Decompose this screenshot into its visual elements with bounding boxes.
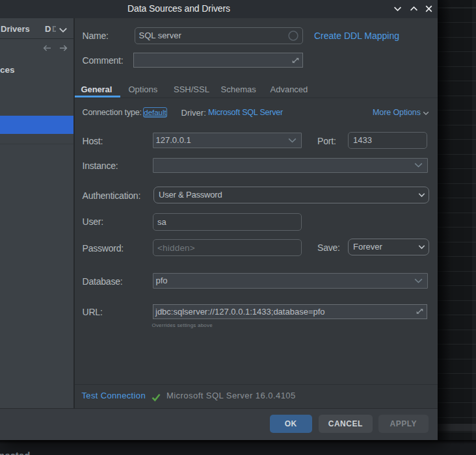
tab-advanced[interactable]: Advanced xyxy=(271,84,308,94)
footer: OK CANCEL APPLY xyxy=(0,409,438,441)
chevron-down-icon[interactable] xyxy=(288,138,297,143)
tab-ssh-ssl[interactable]: SSH/SSL xyxy=(174,84,209,94)
password-placeholder: <hidden> xyxy=(157,243,195,253)
name-input[interactable]: SQL server xyxy=(135,27,304,44)
expand-icon[interactable] xyxy=(291,56,300,64)
user-value: sa xyxy=(157,217,166,227)
dialog-titlebar[interactable]: Data Sources and Drivers xyxy=(0,0,438,18)
sidebar-item-partial[interactable]: ces xyxy=(0,65,15,75)
tab-options[interactable]: Options xyxy=(129,84,158,94)
password-label: Password: xyxy=(83,243,124,254)
sidebar-selected-item[interactable] xyxy=(0,116,73,134)
host-value: 127.0.0.1 xyxy=(156,135,191,145)
database-value: pfo xyxy=(156,276,168,285)
save-label: Save: xyxy=(317,242,340,253)
statusbar-shadow xyxy=(0,440,476,444)
expand-icon[interactable] xyxy=(416,307,424,316)
url-hint: Overrides settings above xyxy=(152,322,213,328)
port-input[interactable]: 1433 xyxy=(348,132,427,149)
user-input[interactable]: sa xyxy=(153,213,302,231)
back-arrow-icon[interactable] xyxy=(43,44,51,52)
data-sources-dialog: Data Sources and Drivers Drivers D D xyxy=(0,0,438,440)
authentication-value: User & Password xyxy=(159,190,222,200)
sidebar: Drivers D D ces xyxy=(0,18,73,408)
database-label: Database: xyxy=(83,276,123,287)
save-value: Forever xyxy=(353,242,382,252)
port-value: 1433 xyxy=(353,135,372,145)
password-input[interactable]: <hidden> xyxy=(153,239,302,256)
cancel-button[interactable]: CANCEL xyxy=(319,415,373,433)
connection-type-value[interactable]: default xyxy=(144,109,166,116)
comment-label: Comment: xyxy=(83,55,124,66)
driver-label: Driver: xyxy=(181,108,206,118)
check-icon xyxy=(152,393,161,402)
host-combobox[interactable]: 127.0.0.1 xyxy=(153,133,302,148)
connection-type-label: Connection type: xyxy=(83,108,142,117)
editor-scrollbar[interactable] xyxy=(472,0,476,455)
maximize-icon[interactable] xyxy=(410,5,418,13)
sidebar-divider-2 xyxy=(0,144,73,144)
more-options-link[interactable]: More Options xyxy=(373,108,421,117)
background-editor xyxy=(438,0,476,455)
host-label: Host: xyxy=(83,136,103,146)
url-label: URL: xyxy=(83,307,103,317)
sidebar-tab-drivers[interactable]: Drivers xyxy=(1,24,30,34)
ok-button[interactable]: OK xyxy=(270,415,313,433)
dialog-shadow xyxy=(438,0,451,455)
port-label: Port: xyxy=(317,136,336,146)
save-select[interactable]: Forever xyxy=(348,239,429,255)
dialog-title: Data Sources and Drivers xyxy=(127,3,230,14)
chevron-down-icon[interactable] xyxy=(418,192,425,197)
chevron-down-icon[interactable] xyxy=(414,162,423,168)
create-ddl-mapping-link[interactable]: Create DDL Mapping xyxy=(314,31,399,41)
chevron-down-icon[interactable] xyxy=(414,278,423,283)
driver-link[interactable]: Microsoft SQL Server xyxy=(208,108,283,117)
spinner-icon xyxy=(288,31,298,41)
sidebar-tab-ddl[interactable]: D xyxy=(45,24,51,34)
database-combobox[interactable]: pfo xyxy=(153,273,428,289)
forward-arrow-icon[interactable] xyxy=(59,44,68,52)
comment-input[interactable] xyxy=(133,53,304,68)
chevron-down-icon[interactable] xyxy=(418,244,425,249)
close-icon[interactable] xyxy=(425,5,433,13)
screen: nected Data Sources and Drivers Drivers … xyxy=(0,0,476,455)
authentication-label: Authentication: xyxy=(83,190,141,201)
test-divider xyxy=(75,384,438,385)
sidebar-header-divider xyxy=(0,38,73,39)
sidebar-tab-ddl-clipped: D xyxy=(52,24,56,34)
url-input[interactable]: jdbc:sqlserver://127.0.0.1:1433;database… xyxy=(153,304,427,319)
url-value: jdbc:sqlserver://127.0.0.1:1433;database… xyxy=(155,307,325,317)
tab-general[interactable]: General xyxy=(81,84,112,94)
instance-label: Instance: xyxy=(83,161,118,171)
more-options-chevron-icon[interactable] xyxy=(423,111,429,116)
test-result-text: Microsoft SQL Server 16.0.4105 xyxy=(166,391,296,400)
instance-combobox[interactable] xyxy=(153,158,428,173)
connection-type-dropdown[interactable]: default xyxy=(143,107,167,118)
background-statusbar xyxy=(0,440,476,455)
tabs-divider xyxy=(75,98,438,98)
apply-button[interactable]: APPLY xyxy=(378,415,429,433)
name-value: SQL server xyxy=(139,31,181,40)
minimize-icon[interactable] xyxy=(393,5,402,13)
tab-schemas[interactable]: Schemas xyxy=(221,84,256,94)
name-label: Name: xyxy=(83,31,109,41)
authentication-select[interactable]: User & Password xyxy=(153,187,429,203)
user-label: User: xyxy=(83,216,103,227)
chevron-down-icon[interactable] xyxy=(59,27,68,33)
status-text: nected xyxy=(0,450,30,455)
test-connection-link[interactable]: Test Connection xyxy=(82,391,146,400)
